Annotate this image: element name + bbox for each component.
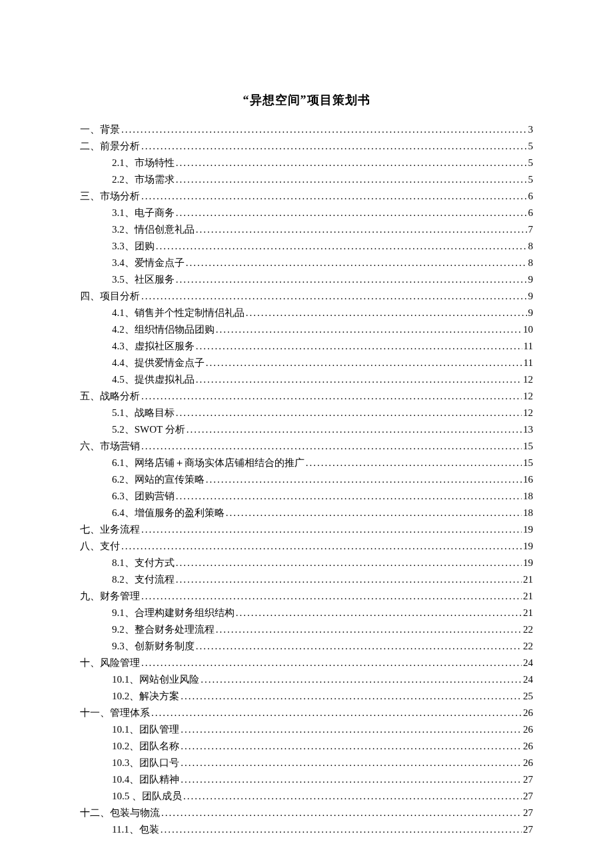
toc-entry[interactable]: 4.1、销售并个性定制情侣礼品9 [80,305,533,321]
toc-entry-label: 七、业务流程 [80,521,140,538]
toc-entry-page: 27 [523,821,533,838]
toc-entry[interactable]: 9.2、整合财务处理流程22 [80,621,533,638]
toc-entry[interactable]: 10.4、团队精神27 [80,771,533,788]
toc-entry-page: 24 [523,655,533,671]
toc-entry-page: 18 [523,505,533,521]
toc-entry[interactable]: 九、财务管理21 [80,588,533,605]
toc-entry[interactable]: 6.2、网站的宣传策略16 [80,471,533,488]
toc-leader-dots [121,121,527,138]
toc-entry[interactable]: 5.1、战略目标12 [80,405,533,421]
toc-entry-page: 26 [523,705,533,721]
toc-entry-page: 5 [528,155,534,171]
toc-entry-label: 8.2、支付流程 [112,571,175,588]
toc-entry[interactable]: 10.5 、团队成员27 [80,788,533,805]
toc-leader-dots [196,638,522,655]
toc-leader-dots [246,305,527,321]
toc-leader-dots [176,171,527,188]
toc-entry-page: 21 [523,588,533,605]
toc-entry[interactable]: 二、前景分析5 [80,138,533,155]
toc-entry[interactable]: 十二、包装与物流27 [80,805,533,821]
toc-entry-page: 26 [523,755,533,771]
toc-entry[interactable]: 4.5、提供虚拟礼品12 [80,371,533,388]
toc-entry-page: 26 [523,721,533,738]
toc-entry[interactable]: 6.3、团购营销18 [80,488,533,505]
toc-entry[interactable]: 10.3、团队口号26 [80,755,533,771]
toc-entry[interactable]: 五、战略分析12 [80,388,533,405]
toc-entry-page: 27 [523,788,533,805]
toc-entry[interactable]: 十一、管理体系26 [80,705,533,721]
toc-entry-page: 22 [523,638,533,655]
toc-leader-dots [183,788,522,805]
toc-leader-dots [141,655,522,671]
toc-entry[interactable]: 七、业务流程19 [80,521,533,538]
toc-entry-label: 十一、管理体系 [80,705,150,721]
toc-entry[interactable]: 6.4、增值服务的盈利策略18 [80,505,533,521]
toc-entry[interactable]: 3.1、电子商务6 [80,205,533,221]
toc-entry[interactable]: 4.4、提供爱情金点子11 [80,355,533,371]
toc-entry[interactable]: 10.2、团队名称26 [80,738,533,755]
toc-entry-label: 6.1、网络店铺＋商场实体店铺相结合的推广 [112,455,305,471]
toc-entry[interactable]: 2.1、市场特性5 [80,155,533,171]
toc-entry-label: 六、市场营销 [80,438,140,455]
toc-entry[interactable]: 4.3、虚拟社区服务11 [80,338,533,355]
toc-entry-label: 3.1、电子商务 [112,205,175,221]
toc-entry[interactable]: 10.1、网站创业风险24 [80,671,533,688]
toc-entry-page: 12 [523,371,533,388]
toc-entry[interactable]: 4.2、组织情侣物品团购10 [80,321,533,338]
toc-entry-label: 3.2、情侣创意礼品 [112,221,195,238]
toc-entry-label: 2.2、市场需求 [112,171,175,188]
toc-leader-dots [141,438,522,455]
toc-leader-dots [196,338,522,355]
toc-entry-page: 6 [528,188,534,205]
toc-entry[interactable]: 3.3、团购8 [80,238,533,255]
toc-entry[interactable]: 六、市场营销15 [80,438,533,455]
toc-leader-dots [226,505,522,521]
toc-entry[interactable]: 10.2、解决方案25 [80,688,533,705]
toc-entry[interactable]: 3.5、社区服务9 [80,271,533,288]
toc-entry[interactable]: 5.2、SWOT 分析13 [80,421,533,438]
toc-entry-label: 10.2、解决方案 [112,688,179,705]
toc-entry[interactable]: 8.2、支付流程21 [80,571,533,588]
toc-entry[interactable]: 十、风险管理24 [80,655,533,671]
toc-entry-page: 10 [523,321,533,338]
toc-leader-dots [206,355,522,371]
toc-entry-page: 6 [528,205,534,221]
toc-entry-label: 4.2、组织情侣物品团购 [112,321,215,338]
toc-entry[interactable]: 3.4、爱情金点子8 [80,255,533,271]
document-title: “异想空间”项目策划书 [80,92,533,108]
toc-entry-page: 9 [528,271,534,288]
toc-entry[interactable]: 9.1、合理构建财务组织结构21 [80,605,533,621]
toc-entry-page: 27 [523,771,533,788]
toc-entry[interactable]: 6.1、网络店铺＋商场实体店铺相结合的推广15 [80,455,533,471]
toc-entry-page: 21 [523,571,533,588]
toc-leader-dots [181,688,522,705]
document-page: “异想空间”项目策划书 一、背景3二、前景分析52.1、市场特性52.2、市场需… [0,0,613,868]
toc-entry[interactable]: 2.2、市场需求5 [80,171,533,188]
toc-entry-page: 24 [523,671,533,688]
toc-entry-page: 18 [523,488,533,505]
toc-entry[interactable]: 8.1、支付方式19 [80,555,533,571]
toc-entry-label: 9.2、整合财务处理流程 [112,621,215,638]
toc-entry[interactable]: 一、背景3 [80,121,533,138]
toc-entry[interactable]: 四、项目分析9 [80,288,533,305]
toc-entry-page: 21 [523,605,533,621]
toc-entry-page: 3 [528,121,534,138]
toc-entry-page: 26 [523,738,533,755]
toc-entry[interactable]: 八、支付19 [80,538,533,555]
toc-entry[interactable]: 11.1、包装27 [80,821,533,838]
toc-entry-page: 16 [523,471,533,488]
toc-entry-page: 12 [523,388,533,405]
toc-leader-dots [151,705,522,721]
toc-entry-label: 10.2、团队名称 [112,738,179,755]
toc-entry[interactable]: 10.1、团队管理26 [80,721,533,738]
toc-entry[interactable]: 三、市场分析6 [80,188,533,205]
toc-leader-dots [141,588,522,605]
toc-entry[interactable]: 9.3、创新财务制度22 [80,638,533,655]
toc-entry-label: 5.1、战略目标 [112,405,175,421]
toc-entry-label: 3.5、社区服务 [112,271,175,288]
toc-leader-dots [216,621,522,638]
toc-entry-page: 22 [523,621,533,638]
toc-leader-dots [141,138,527,155]
toc-entry-label: 4.5、提供虚拟礼品 [112,371,195,388]
toc-entry[interactable]: 3.2、情侣创意礼品7 [80,221,533,238]
